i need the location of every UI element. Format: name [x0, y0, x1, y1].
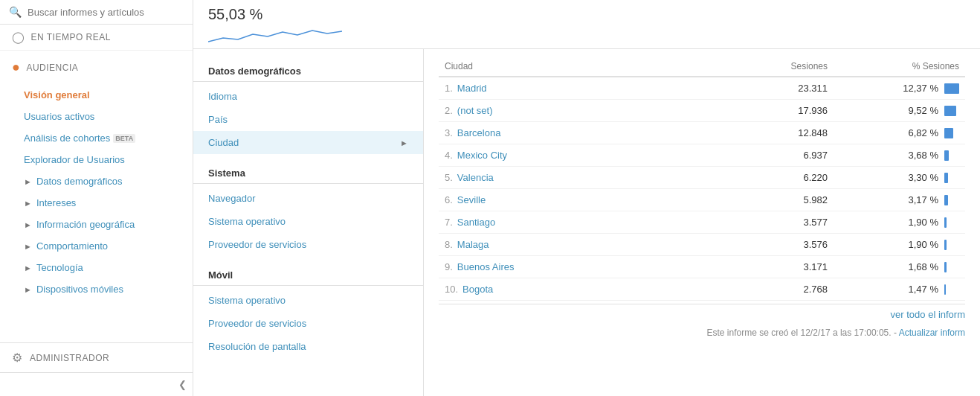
pct-text: 6,82 %: [903, 127, 938, 138]
city-link[interactable]: Seville: [457, 194, 486, 205]
footer-row: ver todo el inform: [439, 304, 965, 325]
pct-text: 1,68 %: [903, 261, 938, 272]
pct-text: 1,90 %: [903, 239, 938, 250]
bar-cell: 3,17 %: [839, 194, 959, 205]
panel-link-resolucion[interactable]: Resolución de pantalla: [193, 335, 423, 358]
bar-cell: 1,68 %: [839, 261, 959, 272]
city-link[interactable]: (not set): [457, 105, 493, 116]
bar: [944, 173, 948, 183]
city-cell: 1.Madrid: [439, 77, 755, 100]
view-all-link[interactable]: ver todo el inform: [891, 309, 965, 320]
chart-stat-value: 55,03 %: [208, 6, 342, 23]
table-row: 8.Malaga3.5761,90 %: [439, 234, 965, 256]
sidebar-nav: Visión general Usuarios activos Análisis…: [0, 81, 193, 342]
city-cell: 5.Valencia: [439, 167, 755, 189]
nav-item-informacion-geografica[interactable]: ► Información geográfica: [0, 214, 193, 235]
nav-item-tecnologia[interactable]: ► Tecnología: [0, 257, 193, 278]
sessions-cell: 3.171: [755, 256, 834, 278]
arrow-icon: ►: [24, 220, 32, 229]
panel-link-label: Sistema operativo: [208, 216, 286, 227]
pct-cell: 3,68 %: [834, 144, 965, 167]
sessions-cell: 6.937: [755, 144, 834, 167]
city-link[interactable]: Mexico City: [457, 150, 507, 161]
city-link[interactable]: Valencia: [457, 172, 494, 183]
panel-link-so-movil[interactable]: Sistema operativo: [193, 289, 423, 312]
sidebar: 🔍 ◯ EN TIEMPO REAL ● AUDIENCIA Visión ge…: [0, 0, 193, 396]
bar-container: [944, 217, 959, 228]
table-row: 4.Mexico City6.9373,68 %: [439, 144, 965, 167]
sessions-cell: 3.576: [755, 234, 834, 256]
city-link[interactable]: Madrid: [457, 83, 487, 94]
city-cell: 10.Bogota: [439, 278, 755, 301]
city-link[interactable]: Malaga: [457, 239, 489, 250]
left-panel: Datos demográficos Idioma País Ciudad ► …: [193, 49, 424, 396]
row-number: 3.: [445, 127, 453, 138]
table-row: 2.(not set)17.9369,52 %: [439, 100, 965, 122]
search-input[interactable]: [28, 7, 184, 18]
bar-container: [944, 83, 959, 94]
bar-cell: 3,68 %: [839, 150, 959, 161]
nav-item-dispositivos-moviles[interactable]: ► Dispositivos móviles: [0, 278, 193, 300]
realtime-section-header: ◯ EN TIEMPO REAL: [0, 25, 193, 51]
pct-text: 3,30 %: [903, 172, 938, 183]
city-link[interactable]: Bogota: [462, 284, 493, 295]
nav-item-datos-demograficos[interactable]: ► Datos demográficos: [0, 170, 193, 192]
bar-container: [944, 106, 959, 116]
bar-cell: 1,47 %: [839, 284, 959, 295]
pct-cell: 1,90 %: [834, 234, 965, 256]
nav-item-vision-general[interactable]: Visión general: [0, 84, 193, 106]
pct-cell: 6,82 %: [834, 122, 965, 144]
audiencia-label: AUDIENCIA: [26, 63, 78, 73]
nav-item-comportamiento[interactable]: ► Comportamiento: [0, 235, 193, 257]
nav-item-analisis-cohortes[interactable]: Análisis de cohortes BETA: [0, 127, 193, 149]
row-number: 7.: [445, 217, 453, 228]
city-link[interactable]: Buenos Aires: [457, 261, 515, 272]
bar: [944, 195, 948, 205]
city-link[interactable]: Barcelona: [457, 127, 501, 138]
bar: [944, 128, 953, 138]
clock-icon: ◯: [12, 31, 25, 44]
panel-link-label: Idioma: [208, 91, 237, 102]
nav-item-label: Tecnología: [36, 262, 83, 273]
bar: [944, 150, 949, 161]
row-number: 1.: [445, 83, 453, 94]
nav-item-usuarios-activos[interactable]: Usuarios activos: [0, 106, 193, 127]
row-number: 4.: [445, 150, 453, 161]
city-link[interactable]: Santiago: [457, 217, 495, 228]
nav-item-label: Análisis de cohortes: [24, 132, 110, 144]
sessions-cell: 6.220: [755, 167, 834, 189]
city-cell: 6.Seville: [439, 189, 755, 211]
panel-link-proveedor-sistema[interactable]: Proveedor de servicios: [193, 233, 423, 256]
panel-link-so-sistema[interactable]: Sistema operativo: [193, 210, 423, 233]
bar-container: [944, 262, 959, 272]
panel-link-idioma[interactable]: Idioma: [193, 85, 423, 108]
update-link[interactable]: Actualizar inform: [899, 328, 965, 338]
panel-link-proveedor-movil[interactable]: Proveedor de servicios: [193, 312, 423, 335]
collapse-button[interactable]: ❮: [0, 372, 193, 396]
section-title-datos-demograficos: Datos demográficos: [193, 61, 423, 82]
realtime-label: EN TIEMPO REAL: [31, 32, 111, 42]
content-body: Datos demográficos Idioma País Ciudad ► …: [193, 49, 980, 396]
pct-cell: 3,17 %: [834, 189, 965, 211]
nav-item-label: Dispositivos móviles: [36, 284, 123, 295]
panel-link-pais[interactable]: País: [193, 108, 423, 131]
panel-link-label: Proveedor de servicios: [208, 318, 306, 329]
nav-item-label: Información geográfica: [36, 219, 135, 230]
pct-text: 3,17 %: [903, 194, 938, 205]
nav-item-intereses[interactable]: ► Intereses: [0, 192, 193, 214]
row-number: 5.: [445, 172, 453, 183]
search-bar[interactable]: 🔍: [0, 0, 193, 25]
beta-badge: BETA: [113, 134, 135, 143]
nav-item-label: Explorador de Usuarios: [24, 154, 125, 165]
table-row: 3.Barcelona12.8486,82 %: [439, 122, 965, 144]
row-number: 8.: [445, 239, 453, 250]
nav-item-explorador-usuarios[interactable]: Explorador de Usuarios: [0, 149, 193, 170]
panel-link-label: Sistema operativo: [208, 295, 286, 306]
pct-cell: 1,68 %: [834, 256, 965, 278]
admin-label: ADMINISTRADOR: [30, 353, 109, 363]
table-row: 1.Madrid23.31112,37 %: [439, 77, 965, 100]
panel-link-ciudad[interactable]: Ciudad ►: [193, 131, 423, 154]
panel-link-label: Proveedor de servicios: [208, 239, 306, 250]
bar-container: [944, 284, 959, 295]
panel-link-navegador[interactable]: Navegador: [193, 187, 423, 210]
